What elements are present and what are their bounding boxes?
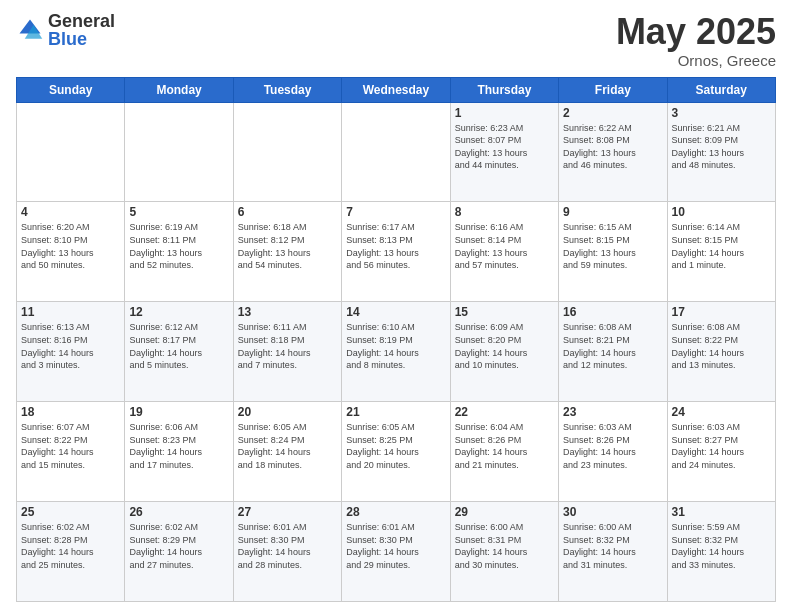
calendar-week-5: 25Sunrise: 6:02 AM Sunset: 8:28 PM Dayli…	[17, 502, 776, 602]
cell-info: Sunrise: 6:06 AM Sunset: 8:23 PM Dayligh…	[129, 421, 228, 471]
cell-info: Sunrise: 6:13 AM Sunset: 8:16 PM Dayligh…	[21, 321, 120, 371]
logo: General Blue	[16, 12, 115, 48]
calendar-cell: 29Sunrise: 6:00 AM Sunset: 8:31 PM Dayli…	[450, 502, 558, 602]
weekday-header-row: SundayMondayTuesdayWednesdayThursdayFrid…	[17, 77, 776, 102]
calendar-cell: 26Sunrise: 6:02 AM Sunset: 8:29 PM Dayli…	[125, 502, 233, 602]
day-number: 3	[672, 106, 771, 120]
cell-info: Sunrise: 6:16 AM Sunset: 8:14 PM Dayligh…	[455, 221, 554, 271]
cell-info: Sunrise: 6:07 AM Sunset: 8:22 PM Dayligh…	[21, 421, 120, 471]
calendar-cell: 9Sunrise: 6:15 AM Sunset: 8:15 PM Daylig…	[559, 202, 667, 302]
cell-info: Sunrise: 6:01 AM Sunset: 8:30 PM Dayligh…	[346, 521, 445, 571]
calendar-cell: 13Sunrise: 6:11 AM Sunset: 8:18 PM Dayli…	[233, 302, 341, 402]
logo-general-text: General	[48, 12, 115, 30]
cell-info: Sunrise: 6:05 AM Sunset: 8:24 PM Dayligh…	[238, 421, 337, 471]
day-number: 30	[563, 505, 662, 519]
cell-info: Sunrise: 6:08 AM Sunset: 8:21 PM Dayligh…	[563, 321, 662, 371]
header: General Blue May 2025 Ornos, Greece	[16, 12, 776, 69]
calendar-cell: 7Sunrise: 6:17 AM Sunset: 8:13 PM Daylig…	[342, 202, 450, 302]
calendar-cell: 6Sunrise: 6:18 AM Sunset: 8:12 PM Daylig…	[233, 202, 341, 302]
cell-info: Sunrise: 6:22 AM Sunset: 8:08 PM Dayligh…	[563, 122, 662, 172]
calendar-cell: 31Sunrise: 5:59 AM Sunset: 8:32 PM Dayli…	[667, 502, 775, 602]
cell-info: Sunrise: 6:02 AM Sunset: 8:28 PM Dayligh…	[21, 521, 120, 571]
cell-info: Sunrise: 6:01 AM Sunset: 8:30 PM Dayligh…	[238, 521, 337, 571]
day-number: 2	[563, 106, 662, 120]
day-number: 20	[238, 405, 337, 419]
day-number: 12	[129, 305, 228, 319]
cell-info: Sunrise: 6:12 AM Sunset: 8:17 PM Dayligh…	[129, 321, 228, 371]
day-number: 15	[455, 305, 554, 319]
cell-info: Sunrise: 6:02 AM Sunset: 8:29 PM Dayligh…	[129, 521, 228, 571]
cell-info: Sunrise: 6:00 AM Sunset: 8:32 PM Dayligh…	[563, 521, 662, 571]
cell-info: Sunrise: 6:11 AM Sunset: 8:18 PM Dayligh…	[238, 321, 337, 371]
cell-info: Sunrise: 6:04 AM Sunset: 8:26 PM Dayligh…	[455, 421, 554, 471]
day-number: 26	[129, 505, 228, 519]
cell-info: Sunrise: 6:15 AM Sunset: 8:15 PM Dayligh…	[563, 221, 662, 271]
day-number: 23	[563, 405, 662, 419]
calendar-cell: 14Sunrise: 6:10 AM Sunset: 8:19 PM Dayli…	[342, 302, 450, 402]
weekday-header-monday: Monday	[125, 77, 233, 102]
calendar-cell: 4Sunrise: 6:20 AM Sunset: 8:10 PM Daylig…	[17, 202, 125, 302]
calendar-cell: 30Sunrise: 6:00 AM Sunset: 8:32 PM Dayli…	[559, 502, 667, 602]
calendar-cell: 19Sunrise: 6:06 AM Sunset: 8:23 PM Dayli…	[125, 402, 233, 502]
day-number: 16	[563, 305, 662, 319]
day-number: 24	[672, 405, 771, 419]
day-number: 11	[21, 305, 120, 319]
cell-info: Sunrise: 6:21 AM Sunset: 8:09 PM Dayligh…	[672, 122, 771, 172]
cell-info: Sunrise: 6:10 AM Sunset: 8:19 PM Dayligh…	[346, 321, 445, 371]
day-number: 22	[455, 405, 554, 419]
day-number: 18	[21, 405, 120, 419]
calendar-cell: 11Sunrise: 6:13 AM Sunset: 8:16 PM Dayli…	[17, 302, 125, 402]
calendar-cell: 17Sunrise: 6:08 AM Sunset: 8:22 PM Dayli…	[667, 302, 775, 402]
day-number: 25	[21, 505, 120, 519]
title-block: May 2025 Ornos, Greece	[616, 12, 776, 69]
calendar-cell: 8Sunrise: 6:16 AM Sunset: 8:14 PM Daylig…	[450, 202, 558, 302]
day-number: 17	[672, 305, 771, 319]
calendar-cell: 27Sunrise: 6:01 AM Sunset: 8:30 PM Dayli…	[233, 502, 341, 602]
day-number: 5	[129, 205, 228, 219]
calendar-week-1: 1Sunrise: 6:23 AM Sunset: 8:07 PM Daylig…	[17, 102, 776, 202]
calendar-cell: 15Sunrise: 6:09 AM Sunset: 8:20 PM Dayli…	[450, 302, 558, 402]
calendar-week-2: 4Sunrise: 6:20 AM Sunset: 8:10 PM Daylig…	[17, 202, 776, 302]
logo-blue-text: Blue	[48, 30, 115, 48]
cell-info: Sunrise: 6:20 AM Sunset: 8:10 PM Dayligh…	[21, 221, 120, 271]
calendar-week-3: 11Sunrise: 6:13 AM Sunset: 8:16 PM Dayli…	[17, 302, 776, 402]
calendar-cell	[125, 102, 233, 202]
weekday-header-sunday: Sunday	[17, 77, 125, 102]
cell-info: Sunrise: 6:09 AM Sunset: 8:20 PM Dayligh…	[455, 321, 554, 371]
day-number: 13	[238, 305, 337, 319]
day-number: 10	[672, 205, 771, 219]
calendar-location: Ornos, Greece	[616, 52, 776, 69]
day-number: 8	[455, 205, 554, 219]
weekday-header-wednesday: Wednesday	[342, 77, 450, 102]
calendar-cell: 10Sunrise: 6:14 AM Sunset: 8:15 PM Dayli…	[667, 202, 775, 302]
cell-info: Sunrise: 6:19 AM Sunset: 8:11 PM Dayligh…	[129, 221, 228, 271]
cell-info: Sunrise: 6:05 AM Sunset: 8:25 PM Dayligh…	[346, 421, 445, 471]
calendar-week-4: 18Sunrise: 6:07 AM Sunset: 8:22 PM Dayli…	[17, 402, 776, 502]
calendar-cell: 16Sunrise: 6:08 AM Sunset: 8:21 PM Dayli…	[559, 302, 667, 402]
day-number: 29	[455, 505, 554, 519]
calendar-cell: 5Sunrise: 6:19 AM Sunset: 8:11 PM Daylig…	[125, 202, 233, 302]
logo-text: General Blue	[48, 12, 115, 48]
cell-info: Sunrise: 6:23 AM Sunset: 8:07 PM Dayligh…	[455, 122, 554, 172]
calendar-cell: 18Sunrise: 6:07 AM Sunset: 8:22 PM Dayli…	[17, 402, 125, 502]
calendar-table: SundayMondayTuesdayWednesdayThursdayFrid…	[16, 77, 776, 602]
calendar-cell	[342, 102, 450, 202]
cell-info: Sunrise: 6:03 AM Sunset: 8:27 PM Dayligh…	[672, 421, 771, 471]
calendar-cell: 12Sunrise: 6:12 AM Sunset: 8:17 PM Dayli…	[125, 302, 233, 402]
calendar-cell: 3Sunrise: 6:21 AM Sunset: 8:09 PM Daylig…	[667, 102, 775, 202]
day-number: 19	[129, 405, 228, 419]
calendar-title: May 2025	[616, 12, 776, 52]
day-number: 14	[346, 305, 445, 319]
weekday-header-thursday: Thursday	[450, 77, 558, 102]
calendar-cell	[17, 102, 125, 202]
day-number: 28	[346, 505, 445, 519]
calendar-cell: 28Sunrise: 6:01 AM Sunset: 8:30 PM Dayli…	[342, 502, 450, 602]
logo-icon	[16, 16, 44, 44]
weekday-header-tuesday: Tuesday	[233, 77, 341, 102]
day-number: 1	[455, 106, 554, 120]
calendar-cell: 23Sunrise: 6:03 AM Sunset: 8:26 PM Dayli…	[559, 402, 667, 502]
weekday-header-saturday: Saturday	[667, 77, 775, 102]
day-number: 27	[238, 505, 337, 519]
day-number: 7	[346, 205, 445, 219]
calendar-cell: 24Sunrise: 6:03 AM Sunset: 8:27 PM Dayli…	[667, 402, 775, 502]
